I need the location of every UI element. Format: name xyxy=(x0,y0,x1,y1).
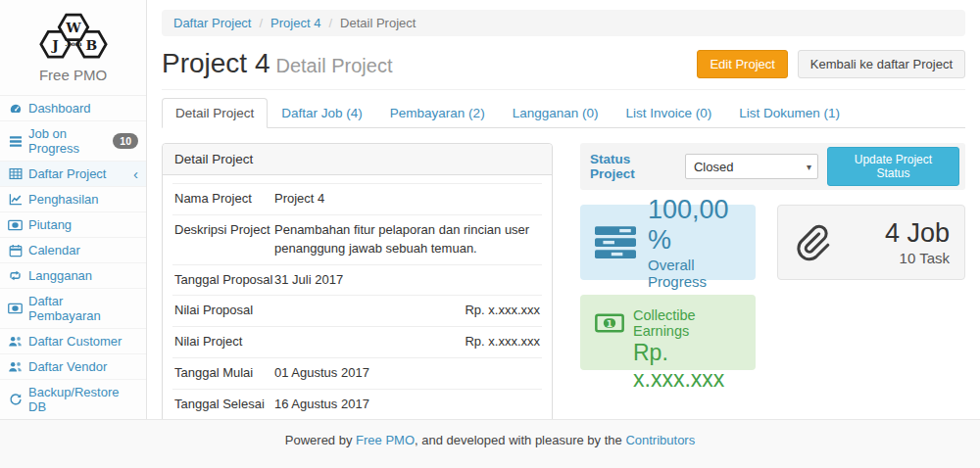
page-title-group: Project 4Detail Project xyxy=(162,48,392,79)
line-chart-icon xyxy=(8,193,23,206)
tab-list-invoice-0: List Invoice (0) xyxy=(612,98,725,127)
logo-letter-j: J xyxy=(50,37,59,53)
tasks-list-icon xyxy=(8,135,23,148)
detail-label: Tanggal Mulai xyxy=(174,364,274,383)
sidebar-item-piutang[interactable]: Piutang xyxy=(0,212,146,238)
chevron-left-icon: ‹ xyxy=(133,168,138,180)
users-icon xyxy=(8,335,23,348)
retweet-icon xyxy=(8,269,23,282)
breadcrumb-separator: / xyxy=(328,16,332,30)
tasks-icon xyxy=(595,225,636,260)
detail-label: Tanggal Selesai xyxy=(174,396,274,414)
tab-daftar-job-4: Daftar Job (4) xyxy=(268,98,376,127)
refresh-icon xyxy=(8,393,23,406)
logo: J W B .com Free PMO xyxy=(0,0,146,87)
detail-row-nilai-project: Nilai ProjectRp. x.xxx.xxx xyxy=(172,326,542,357)
sidebar-item-label: Dashboard xyxy=(28,101,91,116)
tabs: Detail ProjectDaftar Job (4)Pembayaran (… xyxy=(162,98,965,128)
earnings-header: 1 Collectibe Earnings xyxy=(595,307,741,339)
tab-link-daftar-job-4[interactable]: Daftar Job (4) xyxy=(268,98,376,128)
update-project-status-button[interactable]: Update Project Status xyxy=(827,147,959,186)
money-icon xyxy=(8,303,23,314)
back-to-project-list-button[interactable]: Kembali ke daftar Project xyxy=(798,50,965,78)
page-header: Project 4Detail Project Edit Project Kem… xyxy=(162,48,965,90)
detail-value: Penambahan fitur pelaporan dan rincian u… xyxy=(274,221,540,258)
detail-row-tanggal-selesai: Tanggal Selesai16 Agustus 2017 xyxy=(172,389,542,420)
tab-link-pembayaran-2[interactable]: Pembayaran (2) xyxy=(376,98,499,128)
detail-row-tanggal-proposal: Tanggal Proposal31 Juli 2017 xyxy=(172,264,542,296)
tab-link-list-invoice-0[interactable]: List Invoice (0) xyxy=(612,98,725,128)
free-pmo-link[interactable]: Free PMO xyxy=(356,433,415,447)
sidebar-item-label: Daftar Customer xyxy=(28,334,122,349)
breadcrumb-item-daftar-project[interactable]: Daftar Project xyxy=(173,16,251,30)
sidebar-item-langganan[interactable]: Langganan xyxy=(0,263,146,289)
count-badge: 10 xyxy=(113,133,138,149)
sidebar-item-daftar-project[interactable]: Daftar Project‹ xyxy=(0,162,146,187)
page-subtitle: Detail Project xyxy=(276,55,393,76)
tab-langganan-0: Langganan (0) xyxy=(499,98,612,127)
earnings-label: Collectibe Earnings xyxy=(633,307,741,339)
detail-label: Tanggal Proposal xyxy=(174,271,274,290)
sidebar-item-backup-restore-db[interactable]: Backup/Restore DB xyxy=(0,380,146,420)
logo-letter-w: W xyxy=(65,20,81,35)
paperclip-icon xyxy=(793,221,830,264)
breadcrumb-separator: / xyxy=(259,16,263,30)
collectible-earnings-box: 1 Collectibe Earnings Rp. x.xxx.xxx xyxy=(580,295,756,370)
logo-com-text: .com xyxy=(65,40,81,48)
page: J W B .com Free PMO DashboardJob on Prog… xyxy=(0,0,980,468)
sidebar-item-calendar[interactable]: Calendar xyxy=(0,238,146,263)
page-title: Project 4 xyxy=(162,48,270,78)
sidebar-item-label: Langganan xyxy=(28,268,92,283)
detail-row-nilai-proposal: Nilai ProposalRp. x.xxx.xxx xyxy=(172,295,542,326)
panel-title: Detail Project xyxy=(163,144,552,175)
header-buttons: Edit Project Kembali ke daftar Project xyxy=(697,50,965,78)
sidebar-item-dashboard[interactable]: Dashboard xyxy=(0,96,146,121)
detail-value: 16 Agustus 2017 xyxy=(274,396,540,414)
sidebar-item-label: Daftar Project xyxy=(28,166,106,181)
sidebar-item-label: Backup/Restore DB xyxy=(28,385,138,414)
sidebar-item-daftar-vendor[interactable]: Daftar Vendor xyxy=(0,354,146,380)
sidebar-item-daftar-customer[interactable]: Daftar Customer xyxy=(0,329,146,354)
sidebar-item-label: Penghasilan xyxy=(28,192,99,207)
contributors-link[interactable]: Contributors xyxy=(625,433,695,447)
detail-row-nama-project: Nama ProjectProject 4 xyxy=(172,183,542,214)
breadcrumb: Daftar Project/Project 4/Detail Project xyxy=(162,10,965,36)
footer: Powered by Free PMO, and developed with … xyxy=(0,419,980,468)
tab-detail-project: Detail Project xyxy=(162,98,268,127)
status-bar: Status Project Closed ▾ Update Project S… xyxy=(580,143,965,190)
main-content: Daftar Project/Project 4/Detail Project … xyxy=(147,0,980,468)
status-select[interactable]: Closed ▾ xyxy=(685,154,818,179)
money-icon xyxy=(8,219,23,231)
svg-text:1: 1 xyxy=(607,319,612,329)
sidebar-item-penghasilan[interactable]: Penghasilan xyxy=(0,187,146,212)
sidebar-item-daftar-pembayaran[interactable]: Daftar Pembayaran xyxy=(0,289,146,329)
detail-label: Deskripsi Project xyxy=(174,221,274,258)
detail-value: Project 4 xyxy=(274,190,540,209)
jobs-box: 4 Job 10 Task xyxy=(777,205,965,280)
status-select-value: Closed xyxy=(694,160,733,174)
jobs-value: 4 Job xyxy=(885,218,950,249)
sidebar-item-label: Calendar xyxy=(28,243,80,257)
calendar-icon xyxy=(8,244,23,257)
tab-link-langganan-0[interactable]: Langganan (0) xyxy=(499,98,612,128)
logo-letter-b: B xyxy=(85,37,97,53)
brand-name: Free PMO xyxy=(0,67,146,83)
edit-project-button[interactable]: Edit Project xyxy=(697,50,787,78)
detail-label: Nilai Project xyxy=(174,333,274,351)
progress-value: 100,00 % xyxy=(648,195,741,256)
breadcrumb-item-project-4[interactable]: Project 4 xyxy=(270,16,320,30)
tab-list-dokumen-1: List Dokumen (1) xyxy=(725,98,854,127)
jobs-text: 4 Job 10 Task xyxy=(885,218,950,266)
jobs-sub-label: 10 Task xyxy=(885,250,950,266)
money-icon: 1 xyxy=(595,313,624,333)
detail-label: Nama Project xyxy=(174,190,274,209)
tab-pembayaran-2: Pembayaran (2) xyxy=(376,98,499,127)
tab-link-detail-project[interactable]: Detail Project xyxy=(162,98,268,128)
sidebar: J W B .com Free PMO DashboardJob on Prog… xyxy=(0,0,147,419)
detail-row-deskripsi-project: Deskripsi ProjectPenambahan fitur pelapo… xyxy=(172,214,542,264)
users-icon xyxy=(8,360,23,373)
detail-value: Rp. x.xxx.xxx xyxy=(274,302,540,320)
detail-value: 31 Juli 2017 xyxy=(274,271,540,290)
sidebar-item-job-on-progress[interactable]: Job on Progress10 xyxy=(0,121,146,162)
tab-link-list-dokumen-1[interactable]: List Dokumen (1) xyxy=(725,98,854,128)
